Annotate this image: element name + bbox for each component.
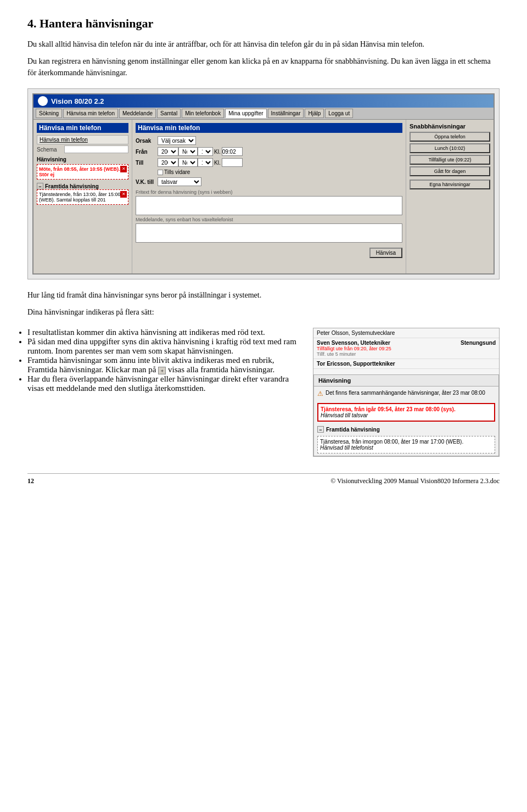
hanvisning-warning-row: ⚠ Det finns flera sammanhängande hänvisn…	[314, 387, 498, 401]
snabb-oppna-btn[interactable]: Öppna telefon	[410, 132, 490, 142]
bullet-heading: Dina hänvisningar indikeras på flera sät…	[27, 306, 500, 318]
nav-installningar[interactable]: Inställningar	[268, 109, 304, 118]
vision-mid-panel: Hänvisa min telefon Orsak Välj orsak Frå…	[132, 120, 406, 273]
tills-vidare-row: Tills vidare	[136, 169, 402, 175]
meddelande-textarea[interactable]	[136, 223, 402, 243]
bullet-item-2: På sidan med dina uppgifter syns din akt…	[27, 337, 304, 356]
framtida-header: − Framtida hänvisning	[37, 183, 128, 189]
fran-label: Från	[136, 149, 158, 155]
vision-ui-screenshot: Vision 80/20 2.2 Sökning Hänvisa min tel…	[27, 88, 500, 279]
fritext-textarea[interactable]	[136, 196, 402, 215]
bullet-list: I resultatlistan kommer din aktiva hänvi…	[27, 328, 304, 393]
vision-app-title: Vision 80/20 2.2	[51, 97, 104, 105]
vision-logo-icon	[38, 96, 48, 106]
bullet-2-text: På sidan med dina uppgifter syns din akt…	[27, 337, 296, 355]
bullet-1-text: I resultatlistan kommer din aktiva hänvi…	[27, 328, 265, 337]
result-list-screenshot: Peter Olsson, Systemutvecklare Sven Sven…	[313, 328, 499, 369]
day-select-till[interactable]: 10	[198, 158, 213, 167]
bullet-item-1: I resultatlistan kommer din aktiva hänvi…	[27, 328, 304, 337]
vk-till-label: V.K. till	[136, 179, 158, 185]
hanvisning-item-1: Möte, från 08:55, åter 10:55 (WEB).Stör …	[37, 164, 128, 180]
framtida-section: − Framtida hänvisning Tjänsteärende, frå…	[37, 183, 128, 205]
bullet-4-text: Har du flera överlappande hänvisningar e…	[27, 374, 289, 393]
schema-row: Schema	[37, 145, 128, 153]
time-input-fran[interactable]	[222, 147, 243, 156]
mid-panel-title: Hänvisa min telefon	[136, 123, 402, 133]
hanvisning-text-1: Möte, från 08:55, åter 10:55 (WEB).Stör …	[39, 166, 120, 177]
nav-meddelande[interactable]: Meddelande	[119, 109, 156, 118]
hanvisning-framtida-section: − Framtida hänvisning Tjänsteresa, från …	[314, 425, 498, 453]
paragraph-1: Du skall alltid hänvisa din telefon när …	[27, 38, 500, 50]
plus-icon: +	[158, 367, 166, 374]
nav-telefonbok[interactable]: Min telefonbok	[182, 109, 224, 118]
tills-vidare-label: Tills vidare	[164, 169, 190, 175]
kl-label-fran: Kl.	[214, 149, 221, 155]
month-select-till[interactable]: Nov	[178, 158, 198, 167]
result-header: Peter Olsson, Systemutvecklare	[313, 328, 499, 338]
vision-right-panel: Snabbhänvisningar Öppna telefon Lunch (1…	[406, 120, 494, 273]
bullet-item-3: Framtida hänvisningar som ännu inte bliv…	[27, 356, 304, 374]
snabb-tillfalligt-btn[interactable]: Tillfälligt ute (09:22)	[410, 155, 490, 165]
bullet-list-section: I resultatlistan kommer din aktiva hänvi…	[27, 328, 304, 457]
right-panel-title: Snabbhänvisningar	[410, 123, 490, 130]
framtida-text-1: Tjänsteärende, från 13:00, åter 15:00 (W…	[39, 192, 121, 203]
hanvisning-box-screenshot: Hänvisning ⚠ Det finns flera sammanhänga…	[313, 374, 499, 456]
vision-navbar: Sökning Hänvisa min telefon Meddelande S…	[33, 108, 494, 120]
till-row: Till 2005 Nov 10 Kl.	[136, 158, 402, 167]
hanvisning-section: Hänvisning Möte, från 08:55, åter 10:55 …	[37, 156, 128, 180]
result-row-1-location: Stenungsund	[461, 340, 496, 346]
framtida-expand-icon[interactable]: −	[317, 426, 324, 433]
hanvisning-framtida-header: − Framtida hänvisning	[314, 425, 498, 434]
meddelande-label: Meddelande, syns enbart hos växeltelefon…	[136, 217, 402, 222]
result-row-1-name: Sven Svensson, Utetekniker Stenungsund	[317, 340, 496, 346]
year-select-fran[interactable]: 2005	[158, 147, 178, 156]
menu-hanvisa[interactable]: Hänvisa min telefon	[37, 135, 128, 144]
vision-titlebar: Vision 80/20 2.2	[33, 94, 494, 108]
fritext-area-section: Fritext för denna hänvisning (syns i web…	[136, 189, 402, 215]
nav-sokning[interactable]: Sökning	[36, 109, 62, 118]
month-select-fran[interactable]: Nov	[178, 147, 198, 156]
framtida-item-1: Tjänsteärende, från 13:00, åter 15:00 (W…	[37, 189, 128, 205]
hanvisa-button[interactable]: Hänvisa	[369, 248, 402, 258]
hanvisning-active-text2: Hänvisad till talsvar	[321, 412, 492, 418]
nav-hanvisa[interactable]: Hänvisa min telefon	[63, 109, 118, 118]
vk-till-select[interactable]: talsvar	[158, 177, 201, 186]
orsak-row: Orsak Välj orsak	[136, 136, 402, 145]
tills-vidare-checkbox-label[interactable]: Tills vidare	[158, 169, 190, 175]
kl-label-till: Kl.	[214, 160, 221, 166]
hanvisning-warning-text: Det finns flera sammanhängande hänvisnin…	[326, 390, 485, 396]
remove-hanvisning-btn[interactable]: ✕	[120, 166, 127, 172]
result-row-2-name: Tor Ericsson, Supporttekniker	[317, 361, 496, 367]
paragraph-3: Hur lång tid framåt dina hänvisningar sy…	[27, 289, 500, 301]
orsak-select[interactable]: Välj orsak	[158, 136, 196, 145]
meddelande-area-section: Meddelande, syns enbart hos växeltelefon…	[136, 217, 402, 243]
hanvisning-active-text1: Tjänsteresa, från igår 09:54, åter 23 ma…	[321, 406, 492, 412]
snabb-gatt-btn[interactable]: Gått för dagen	[410, 166, 490, 176]
paragraph-2: Du kan registrera en hänvisning genom in…	[27, 55, 500, 79]
remove-framtida-btn[interactable]: ✕	[120, 191, 127, 198]
hanvisning-framtida-title: Framtida hänvisning	[326, 427, 380, 433]
nav-hjalp[interactable]: Hjälp	[305, 109, 324, 118]
time-input-till[interactable]	[222, 158, 243, 167]
schema-label: Schema	[37, 147, 64, 153]
nav-uppgifter[interactable]: Mina uppgifter	[225, 109, 266, 118]
snabb-lunch-btn[interactable]: Lunch (10:02)	[410, 143, 490, 153]
chapter-number: 4.	[27, 16, 37, 30]
nav-samtal[interactable]: Samtal	[157, 109, 181, 118]
tills-vidare-checkbox[interactable]	[158, 170, 163, 175]
page-number: 12	[27, 477, 34, 485]
hanvisning-framtida-item: Tjänsteresa, från imorgon 08:00, åter 19…	[317, 436, 495, 453]
bullet-3-text-part2: visas alla framtida hänvisningar.	[168, 365, 274, 374]
egna-hanvisningar-btn[interactable]: Egna hänvisningar	[410, 180, 490, 189]
year-select-till[interactable]: 2005	[158, 158, 178, 167]
nav-logga-ut[interactable]: Logga ut	[325, 109, 353, 118]
result-header-name: Peter Olsson, Systemutvecklare	[317, 330, 395, 336]
chapter-title-text: Hantera hänvisningar	[40, 16, 153, 30]
bullet-item-4: Har du flera överlappande hänvisningar e…	[27, 374, 304, 393]
result-row-1-forward: Tillfälligt ute från 09:20, åter 09:25	[317, 346, 496, 351]
left-panel-title: Hänvisa min telefon	[37, 123, 128, 133]
hanvisning-active-item: Tjänsteresa, från igår 09:54, åter 23 ma…	[317, 403, 495, 422]
day-select-fran[interactable]: 10	[198, 147, 213, 156]
expand-framtida-icon[interactable]: −	[37, 183, 43, 189]
result-row-2: Tor Ericsson, Supporttekniker	[313, 359, 499, 369]
